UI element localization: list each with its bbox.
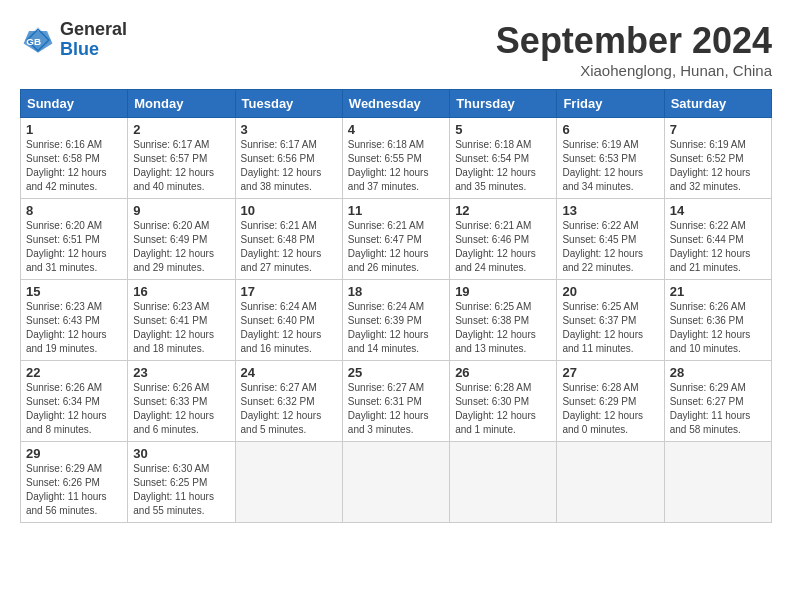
calendar-cell: 23 Sunrise: 6:26 AMSunset: 6:33 PMDaylig… [128,361,235,442]
day-number: 26 [455,365,551,380]
calendar-cell: 27 Sunrise: 6:28 AMSunset: 6:29 PMDaylig… [557,361,664,442]
calendar-cell: 13 Sunrise: 6:22 AMSunset: 6:45 PMDaylig… [557,199,664,280]
calendar-cell: 9 Sunrise: 6:20 AMSunset: 6:49 PMDayligh… [128,199,235,280]
calendar-cell: 22 Sunrise: 6:26 AMSunset: 6:34 PMDaylig… [21,361,128,442]
day-number: 10 [241,203,337,218]
day-number: 29 [26,446,122,461]
day-info: Sunrise: 6:22 AMSunset: 6:44 PMDaylight:… [670,220,751,273]
day-number: 19 [455,284,551,299]
calendar-cell: 19 Sunrise: 6:25 AMSunset: 6:38 PMDaylig… [450,280,557,361]
day-number: 2 [133,122,229,137]
day-info: Sunrise: 6:21 AMSunset: 6:46 PMDaylight:… [455,220,536,273]
col-tuesday: Tuesday [235,90,342,118]
calendar-week-2: 8 Sunrise: 6:20 AMSunset: 6:51 PMDayligh… [21,199,772,280]
day-info: Sunrise: 6:23 AMSunset: 6:41 PMDaylight:… [133,301,214,354]
day-number: 1 [26,122,122,137]
month-title: September 2024 [496,20,772,62]
calendar-cell: 1 Sunrise: 6:16 AMSunset: 6:58 PMDayligh… [21,118,128,199]
calendar-cell: 12 Sunrise: 6:21 AMSunset: 6:46 PMDaylig… [450,199,557,280]
logo-text: General Blue [60,20,127,60]
page-header: GB General Blue September 2024 Xiaohengl… [20,20,772,79]
calendar-week-5: 29 Sunrise: 6:29 AMSunset: 6:26 PMDaylig… [21,442,772,523]
day-info: Sunrise: 6:28 AMSunset: 6:30 PMDaylight:… [455,382,536,435]
day-number: 20 [562,284,658,299]
day-number: 14 [670,203,766,218]
calendar-cell: 21 Sunrise: 6:26 AMSunset: 6:36 PMDaylig… [664,280,771,361]
calendar-cell: 30 Sunrise: 6:30 AMSunset: 6:25 PMDaylig… [128,442,235,523]
day-info: Sunrise: 6:20 AMSunset: 6:51 PMDaylight:… [26,220,107,273]
day-info: Sunrise: 6:17 AMSunset: 6:56 PMDaylight:… [241,139,322,192]
calendar-cell: 14 Sunrise: 6:22 AMSunset: 6:44 PMDaylig… [664,199,771,280]
calendar-cell [450,442,557,523]
day-info: Sunrise: 6:24 AMSunset: 6:39 PMDaylight:… [348,301,429,354]
calendar-cell: 15 Sunrise: 6:23 AMSunset: 6:43 PMDaylig… [21,280,128,361]
day-info: Sunrise: 6:27 AMSunset: 6:31 PMDaylight:… [348,382,429,435]
calendar-cell [342,442,449,523]
day-info: Sunrise: 6:29 AMSunset: 6:27 PMDaylight:… [670,382,751,435]
calendar-week-3: 15 Sunrise: 6:23 AMSunset: 6:43 PMDaylig… [21,280,772,361]
day-number: 12 [455,203,551,218]
day-info: Sunrise: 6:18 AMSunset: 6:55 PMDaylight:… [348,139,429,192]
calendar-cell: 29 Sunrise: 6:29 AMSunset: 6:26 PMDaylig… [21,442,128,523]
col-saturday: Saturday [664,90,771,118]
day-info: Sunrise: 6:20 AMSunset: 6:49 PMDaylight:… [133,220,214,273]
day-info: Sunrise: 6:22 AMSunset: 6:45 PMDaylight:… [562,220,643,273]
day-number: 25 [348,365,444,380]
calendar-cell [235,442,342,523]
day-number: 3 [241,122,337,137]
day-info: Sunrise: 6:23 AMSunset: 6:43 PMDaylight:… [26,301,107,354]
day-number: 21 [670,284,766,299]
calendar-week-4: 22 Sunrise: 6:26 AMSunset: 6:34 PMDaylig… [21,361,772,442]
logo: GB General Blue [20,20,127,60]
day-info: Sunrise: 6:25 AMSunset: 6:38 PMDaylight:… [455,301,536,354]
calendar-cell: 26 Sunrise: 6:28 AMSunset: 6:30 PMDaylig… [450,361,557,442]
calendar-cell: 2 Sunrise: 6:17 AMSunset: 6:57 PMDayligh… [128,118,235,199]
day-info: Sunrise: 6:24 AMSunset: 6:40 PMDaylight:… [241,301,322,354]
day-info: Sunrise: 6:17 AMSunset: 6:57 PMDaylight:… [133,139,214,192]
calendar-week-1: 1 Sunrise: 6:16 AMSunset: 6:58 PMDayligh… [21,118,772,199]
day-info: Sunrise: 6:18 AMSunset: 6:54 PMDaylight:… [455,139,536,192]
day-info: Sunrise: 6:21 AMSunset: 6:47 PMDaylight:… [348,220,429,273]
header-row: Sunday Monday Tuesday Wednesday Thursday… [21,90,772,118]
calendar-cell: 5 Sunrise: 6:18 AMSunset: 6:54 PMDayligh… [450,118,557,199]
calendar-cell: 17 Sunrise: 6:24 AMSunset: 6:40 PMDaylig… [235,280,342,361]
day-number: 6 [562,122,658,137]
title-block: September 2024 Xiaohenglong, Hunan, Chin… [496,20,772,79]
day-number: 8 [26,203,122,218]
day-info: Sunrise: 6:29 AMSunset: 6:26 PMDaylight:… [26,463,107,516]
col-monday: Monday [128,90,235,118]
day-number: 28 [670,365,766,380]
calendar-cell [664,442,771,523]
day-number: 18 [348,284,444,299]
day-number: 7 [670,122,766,137]
calendar-cell [557,442,664,523]
calendar-cell: 8 Sunrise: 6:20 AMSunset: 6:51 PMDayligh… [21,199,128,280]
day-number: 30 [133,446,229,461]
day-info: Sunrise: 6:21 AMSunset: 6:48 PMDaylight:… [241,220,322,273]
day-number: 4 [348,122,444,137]
calendar-cell: 11 Sunrise: 6:21 AMSunset: 6:47 PMDaylig… [342,199,449,280]
day-info: Sunrise: 6:19 AMSunset: 6:53 PMDaylight:… [562,139,643,192]
day-info: Sunrise: 6:28 AMSunset: 6:29 PMDaylight:… [562,382,643,435]
logo-icon: GB [20,22,56,58]
day-number: 11 [348,203,444,218]
calendar-cell: 28 Sunrise: 6:29 AMSunset: 6:27 PMDaylig… [664,361,771,442]
calendar-cell: 4 Sunrise: 6:18 AMSunset: 6:55 PMDayligh… [342,118,449,199]
calendar-cell: 25 Sunrise: 6:27 AMSunset: 6:31 PMDaylig… [342,361,449,442]
calendar-cell: 20 Sunrise: 6:25 AMSunset: 6:37 PMDaylig… [557,280,664,361]
calendar-body: 1 Sunrise: 6:16 AMSunset: 6:58 PMDayligh… [21,118,772,523]
day-info: Sunrise: 6:26 AMSunset: 6:33 PMDaylight:… [133,382,214,435]
day-number: 27 [562,365,658,380]
day-info: Sunrise: 6:25 AMSunset: 6:37 PMDaylight:… [562,301,643,354]
day-number: 22 [26,365,122,380]
day-number: 17 [241,284,337,299]
day-info: Sunrise: 6:16 AMSunset: 6:58 PMDaylight:… [26,139,107,192]
day-number: 24 [241,365,337,380]
day-number: 16 [133,284,229,299]
col-friday: Friday [557,90,664,118]
calendar-cell: 18 Sunrise: 6:24 AMSunset: 6:39 PMDaylig… [342,280,449,361]
col-wednesday: Wednesday [342,90,449,118]
col-sunday: Sunday [21,90,128,118]
calendar-cell: 16 Sunrise: 6:23 AMSunset: 6:41 PMDaylig… [128,280,235,361]
location: Xiaohenglong, Hunan, China [496,62,772,79]
